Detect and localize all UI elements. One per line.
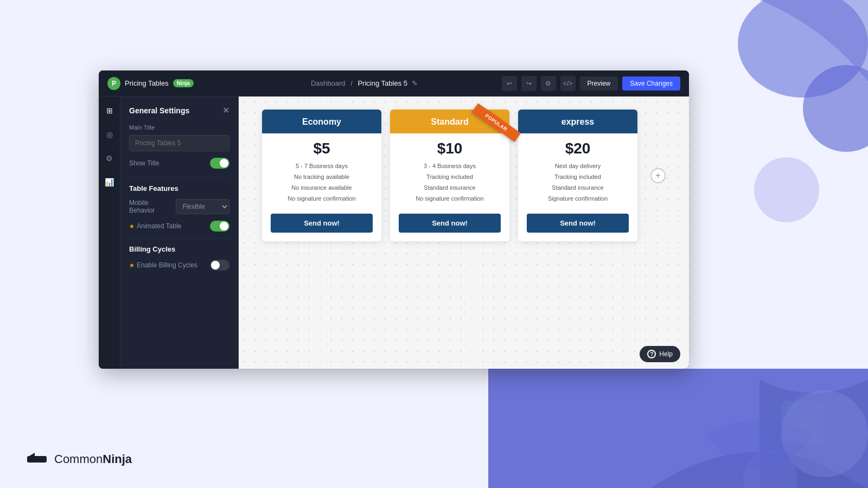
billing-cycles-toggle[interactable]: [210, 260, 229, 271]
show-title-label: Show Title: [129, 159, 159, 167]
panel-title: General Settings: [129, 106, 189, 115]
economy-feature-1: 5 - 7 Business days: [271, 162, 373, 170]
express-price: $20: [518, 133, 637, 162]
app-header: P Pricing Tables Ninja Dashboard / Prici…: [99, 70, 689, 97]
brand-bold: Ninja: [103, 452, 132, 466]
economy-send-button[interactable]: Send now!: [271, 214, 373, 233]
express-feature-4: Signature confirmation: [527, 194, 629, 203]
help-button[interactable]: ? Help: [640, 346, 680, 362]
panel-header: General Settings ✕: [129, 105, 229, 115]
mobile-behavior-row: Mobile Behavior Flexible Stack Scroll: [129, 199, 229, 214]
sidebar-icon-analytics[interactable]: 📊: [102, 175, 117, 190]
redo-button[interactable]: ↪: [521, 76, 537, 91]
edit-icon[interactable]: ✎: [412, 79, 418, 87]
sidebar-icon-theme[interactable]: ◎: [102, 127, 117, 142]
billing-cycles-label: ★ Enable Billing Cycles: [129, 261, 197, 269]
divider-2: [129, 238, 229, 239]
express-feature-1: Next day delivery: [527, 162, 629, 170]
app-window: P Pricing Tables Ninja Dashboard / Prici…: [99, 70, 689, 369]
app-main: ⊞ ◎ ⚙ 📊 General Settings ✕ Main Title Sh…: [99, 97, 689, 369]
express-feature-2: Tracking included: [527, 172, 629, 181]
main-title-label: Main Title: [129, 124, 229, 131]
standard-feature-4: No signature confirmation: [399, 194, 501, 203]
breadcrumb-separator: /: [350, 79, 353, 87]
express-feature-3: Standard insurance: [527, 183, 629, 192]
brand-logo-icon: [27, 453, 49, 466]
standard-feature-3: Standard insurance: [399, 183, 501, 192]
star-icon: ★: [129, 223, 135, 230]
svg-rect-7: [27, 456, 47, 463]
economy-price: $5: [262, 133, 381, 162]
billing-cycles-row: ★ Enable Billing Cycles: [129, 260, 229, 271]
economy-feature-4: No signature confirmation: [271, 194, 373, 203]
brand-name: CommonNinja: [54, 452, 132, 466]
ninja-badge: Ninja: [173, 79, 194, 87]
animated-table-label: ★ Animated Table: [129, 222, 182, 230]
main-title-input[interactable]: [129, 135, 229, 151]
bottom-branding: CommonNinja: [27, 452, 132, 466]
app-title: Pricing Tables: [125, 79, 169, 87]
express-send-button[interactable]: Send now!: [527, 214, 629, 233]
mobile-behavior-label: Mobile Behavior: [129, 199, 176, 214]
breadcrumb: Dashboard / Pricing Tables 5 ✎: [227, 79, 502, 87]
standard-footer: Send now!: [390, 207, 509, 241]
standard-features: 3 - 4 Business days Tracking included St…: [390, 162, 509, 207]
billing-star-icon: ★: [129, 262, 135, 269]
express-card: express $20 Next day delivery Tracking i…: [518, 110, 637, 241]
economy-header[interactable]: Economy: [262, 110, 381, 133]
preview-area: Economy $5 5 - 7 Business days No tracki…: [239, 97, 689, 369]
save-button[interactable]: Save Changes: [622, 76, 680, 91]
pricing-tables-container: Economy $5 5 - 7 Business days No tracki…: [262, 110, 666, 241]
express-features: Next day delivery Tracking included Stan…: [518, 162, 637, 207]
express-header[interactable]: express: [518, 110, 637, 133]
economy-features: 5 - 7 Business days No tracking availabl…: [262, 162, 381, 207]
billing-cycles-heading: Billing Cycles: [129, 245, 229, 253]
economy-feature-2: No tracking available: [271, 172, 373, 181]
help-circle-icon: ?: [647, 350, 656, 358]
economy-card: Economy $5 5 - 7 Business days No tracki…: [262, 110, 381, 241]
standard-title: Standard: [431, 117, 468, 126]
mobile-behavior-select[interactable]: Flexible Stack Scroll: [176, 199, 229, 214]
show-title-toggle[interactable]: [210, 158, 229, 169]
app-logo-icon: P: [107, 77, 120, 90]
express-footer: Send now!: [518, 207, 637, 241]
settings-panel: General Settings ✕ Main Title Show Title…: [120, 97, 239, 369]
animated-table-toggle[interactable]: [210, 221, 229, 232]
sidebar-icons: ⊞ ◎ ⚙ 📊: [99, 97, 120, 369]
svg-point-2: [754, 157, 819, 222]
preview-button[interactable]: Preview: [580, 76, 618, 91]
add-column-button[interactable]: +: [650, 168, 666, 183]
show-title-row: Show Title: [129, 158, 229, 169]
brand-regular: Common: [54, 452, 103, 466]
economy-feature-3: No insurance available: [271, 183, 373, 192]
divider-1: [129, 177, 229, 178]
svg-point-0: [738, 0, 868, 98]
header-actions: ↩ ↪ ⚙ </> Preview Save Changes: [502, 76, 680, 91]
standard-card: Standard $10 3 - 4 Business days Trackin…: [390, 110, 509, 241]
settings-button[interactable]: ⚙: [541, 76, 556, 91]
sidebar-icon-table[interactable]: ⊞: [102, 103, 117, 118]
economy-title: Economy: [302, 117, 341, 126]
animated-table-row: ★ Animated Table: [129, 221, 229, 232]
table-features-heading: Table Features: [129, 184, 229, 192]
breadcrumb-home[interactable]: Dashboard: [311, 79, 346, 87]
standard-send-button[interactable]: Send now!: [399, 214, 501, 233]
economy-footer: Send now!: [262, 207, 381, 241]
standard-feature-2: Tracking included: [399, 172, 501, 181]
logo-area: P Pricing Tables Ninja: [107, 77, 227, 90]
breadcrumb-current: Pricing Tables 5: [358, 79, 407, 87]
svg-marker-8: [29, 453, 35, 456]
express-title: express: [561, 117, 595, 126]
sidebar-icon-settings[interactable]: ⚙: [102, 151, 117, 166]
standard-feature-1: 3 - 4 Business days: [399, 162, 501, 170]
undo-button[interactable]: ↩: [502, 76, 517, 91]
panel-close-button[interactable]: ✕: [222, 105, 229, 115]
help-label: Help: [659, 350, 673, 358]
code-button[interactable]: </>: [560, 76, 576, 91]
svg-point-1: [803, 65, 868, 152]
standard-price: $10: [390, 133, 509, 162]
